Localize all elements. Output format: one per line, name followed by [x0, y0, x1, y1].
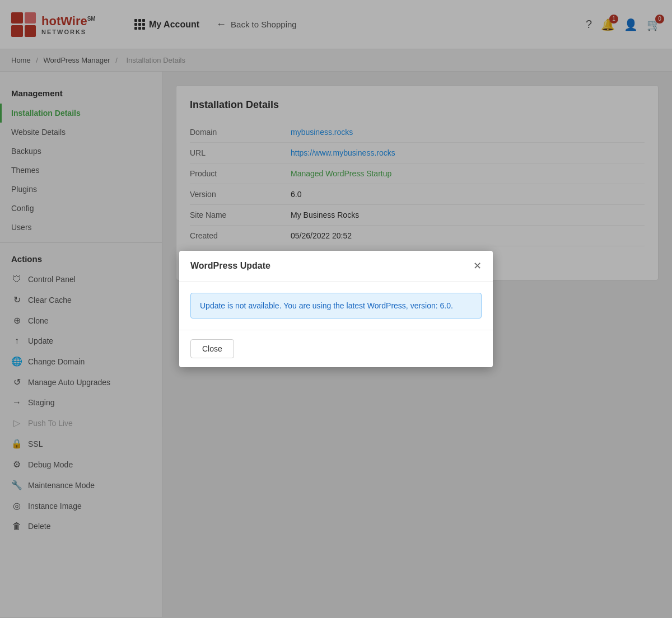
modal-title: WordPress Update: [190, 261, 270, 271]
wordpress-update-modal: WordPress Update ✕ Update is not availab…: [179, 251, 493, 367]
modal-close-button[interactable]: ✕: [473, 260, 482, 272]
modal-overlay: WordPress Update ✕ Update is not availab…: [0, 0, 672, 617]
modal-footer: Close: [179, 330, 493, 367]
close-button[interactable]: Close: [190, 339, 234, 358]
update-alert: Update is not available. You are using t…: [190, 293, 482, 319]
modal-body: Update is not available. You are using t…: [179, 282, 493, 330]
modal-header: WordPress Update ✕: [179, 251, 493, 282]
